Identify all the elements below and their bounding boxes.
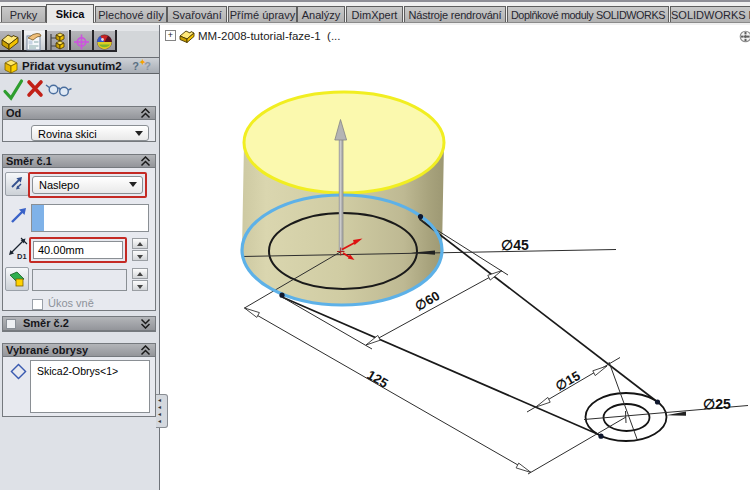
svg-text:∅25: ∅25 — [703, 396, 731, 412]
svg-text:∅60: ∅60 — [412, 288, 442, 314]
svg-text:D1: D1 — [17, 252, 27, 260]
svg-text:∅45: ∅45 — [501, 237, 529, 253]
svg-text:∅15: ∅15 — [553, 368, 583, 394]
svg-text:125: 125 — [365, 367, 391, 391]
